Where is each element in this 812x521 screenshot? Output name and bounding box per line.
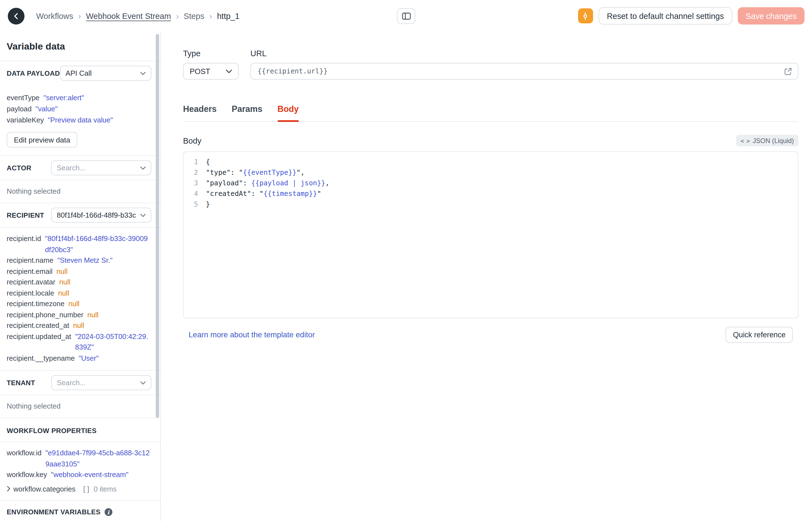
back-button[interactable] bbox=[8, 7, 24, 24]
code-text: } bbox=[206, 199, 210, 210]
kv-key: recipient.name bbox=[7, 255, 53, 266]
quick-reference-button[interactable]: Quick reference bbox=[726, 327, 793, 343]
variable-data-sidebar: Variable data DATA PAYLOAD API Call even… bbox=[0, 32, 161, 521]
save-changes-button[interactable]: Save changes bbox=[738, 7, 805, 24]
kv-row: workflow.key"webhook-event-stream" bbox=[7, 469, 151, 480]
chevron-down-icon bbox=[226, 69, 232, 73]
tenant-header-block: TENANT Search... bbox=[0, 371, 160, 395]
kv-key: workflow.id bbox=[7, 448, 42, 458]
recipient-select[interactable]: 80f1f4bf-166d-48f9-b33c bbox=[51, 208, 151, 223]
kv-row: recipient.created_atnull bbox=[7, 320, 151, 331]
actor-empty-text: Nothing selected bbox=[7, 180, 151, 203]
code-text: "type": "{{eventType}}", bbox=[206, 167, 305, 178]
kv-key: workflow.key bbox=[7, 469, 47, 480]
kv-row: payload"value" bbox=[7, 104, 151, 115]
uncommitted-changes-badge[interactable] bbox=[578, 8, 593, 23]
kv-key: recipient.updated_at bbox=[7, 331, 71, 342]
kv-row: variableKey"Preview data value" bbox=[7, 115, 151, 126]
environment-variables-header-block: ENVIRONMENT VARIABLES i bbox=[0, 501, 160, 521]
workflow-categories-brackets: [ ] bbox=[83, 483, 89, 494]
actor-header-block: ACTOR Search... bbox=[0, 156, 160, 180]
chevron-down-icon bbox=[140, 213, 146, 217]
line-number: 3 bbox=[184, 178, 206, 189]
tab-body[interactable]: Body bbox=[277, 104, 299, 121]
kv-key: recipient.locale bbox=[7, 288, 54, 298]
actor-label: ACTOR bbox=[7, 164, 31, 172]
reset-channel-settings-button[interactable]: Reset to default channel settings bbox=[598, 7, 732, 24]
chevron-down-icon bbox=[140, 381, 146, 384]
code-token: ", bbox=[296, 169, 305, 177]
line-number: 2 bbox=[184, 167, 206, 178]
chevron-right-icon bbox=[7, 486, 10, 492]
kv-row: recipient.id"80f1f4bf-166d-48f9-b33c-390… bbox=[7, 233, 151, 255]
code-token: "type": " bbox=[206, 169, 243, 177]
sidebar-scrollbar[interactable] bbox=[156, 34, 159, 418]
code-line: 2"type": "{{eventType}}", bbox=[184, 167, 798, 178]
breadcrumb-steps[interactable]: Steps bbox=[184, 12, 204, 20]
type-label: Type bbox=[183, 49, 239, 58]
topbar-actions: Reset to default channel settings Save c… bbox=[578, 7, 805, 24]
kv-key: recipient.avatar bbox=[7, 277, 55, 288]
workflow-properties-header-block: WORKFLOW PROPERTIES bbox=[0, 418, 160, 442]
environment-variables-label: ENVIRONMENT VARIABLES bbox=[7, 508, 100, 516]
body-template-editor[interactable]: 1{2"type": "{{eventType}}",3"payload": {… bbox=[183, 152, 798, 318]
kv-value: "webhook-event-stream" bbox=[51, 469, 128, 480]
language-badge-text: JSON (Liquid) bbox=[753, 137, 794, 144]
kv-row: recipient.updated_at"2024-03-05T00:42:29… bbox=[7, 331, 151, 353]
toggle-sidebar-button[interactable] bbox=[397, 8, 415, 24]
breadcrumb-workflows[interactable]: Workflows bbox=[36, 12, 73, 20]
recipient-selected-value: 80f1f4bf-166d-48f9-b33c bbox=[57, 211, 137, 219]
workflow-categories-row[interactable]: workflow.categories [ ] 0 items bbox=[7, 483, 151, 500]
request-config-row: Type POST URL {{recipient.url}} bbox=[183, 49, 798, 80]
workflow-properties-list: workflow.id"e91ddae4-7f99-45cb-a688-3c12… bbox=[7, 442, 151, 487]
viewport: Workflows › Webhook Event Stream › Steps… bbox=[0, 0, 812, 521]
recipient-properties-block: recipient.id"80f1f4bf-166d-48f9-b33c-390… bbox=[0, 228, 160, 371]
kv-value: null bbox=[59, 277, 70, 288]
kv-key: payload bbox=[7, 104, 32, 115]
kv-key: eventType bbox=[7, 92, 40, 104]
kv-row: recipient.name"Steven Metz Sr." bbox=[7, 255, 151, 266]
url-value: {{recipient.url}} bbox=[258, 67, 328, 75]
kv-row: eventType"server:alert" bbox=[7, 92, 151, 104]
data-payload-select[interactable]: API Call bbox=[60, 66, 151, 81]
code-line: 4"createdAt": "{{timestamp}}" bbox=[184, 189, 798, 199]
code-line: 5} bbox=[184, 199, 798, 210]
kv-value: null bbox=[56, 266, 68, 277]
code-token: , bbox=[325, 179, 329, 187]
code-text: "payload": {{payload | json}}, bbox=[206, 178, 329, 189]
kv-value: "server:alert" bbox=[43, 92, 84, 104]
kv-row: recipient.__typename"User" bbox=[7, 353, 151, 363]
line-number: 4 bbox=[184, 189, 206, 199]
code-token: {{payload | json}} bbox=[251, 179, 326, 187]
tenant-empty-text: Nothing selected bbox=[7, 395, 151, 417]
kv-value: null bbox=[58, 288, 69, 298]
kv-key: recipient.phone_number bbox=[7, 309, 83, 320]
workflow-properties-label: WORKFLOW PROPERTIES bbox=[7, 427, 97, 435]
code-token: " bbox=[317, 190, 321, 198]
language-badge[interactable]: < > JSON (Liquid) bbox=[736, 135, 798, 146]
kv-value: null bbox=[87, 309, 98, 320]
kv-value: "e91ddae4-7f99-45cb-a688-3c129aae3105" bbox=[45, 448, 151, 469]
tab-params[interactable]: Params bbox=[232, 104, 263, 121]
body-section-header: Body < > JSON (Liquid) bbox=[183, 135, 798, 146]
data-payload-selected-value: API Call bbox=[66, 69, 137, 77]
code-text: { bbox=[206, 157, 210, 167]
code-token: {{timestamp}} bbox=[263, 190, 317, 198]
sidebar-title-block: Variable data bbox=[0, 32, 160, 61]
template-editor-docs-link[interactable]: Learn more about the template editor bbox=[189, 331, 315, 339]
info-icon[interactable]: i bbox=[104, 508, 112, 516]
breadcrumb-workflow-name[interactable]: Webhook Event Stream bbox=[86, 12, 171, 20]
external-link-icon[interactable] bbox=[784, 67, 792, 77]
tab-headers[interactable]: Headers bbox=[183, 104, 217, 121]
kv-key: recipient.__typename bbox=[7, 353, 75, 363]
tenant-search-placeholder: Search... bbox=[57, 379, 137, 387]
workflow-categories-count: 0 items bbox=[94, 483, 117, 494]
code-token: "payload": bbox=[206, 179, 251, 187]
url-input[interactable]: {{recipient.url}} bbox=[250, 63, 798, 80]
data-payload-label: DATA PAYLOAD bbox=[7, 69, 60, 77]
tenant-search-combobox[interactable]: Search... bbox=[51, 375, 151, 390]
actor-search-combobox[interactable]: Search... bbox=[51, 160, 151, 175]
http-method-select[interactable]: POST bbox=[183, 63, 239, 80]
edit-preview-data-button[interactable]: Edit preview data bbox=[7, 132, 77, 148]
top-bar: Workflows › Webhook Event Stream › Steps… bbox=[0, 0, 812, 32]
